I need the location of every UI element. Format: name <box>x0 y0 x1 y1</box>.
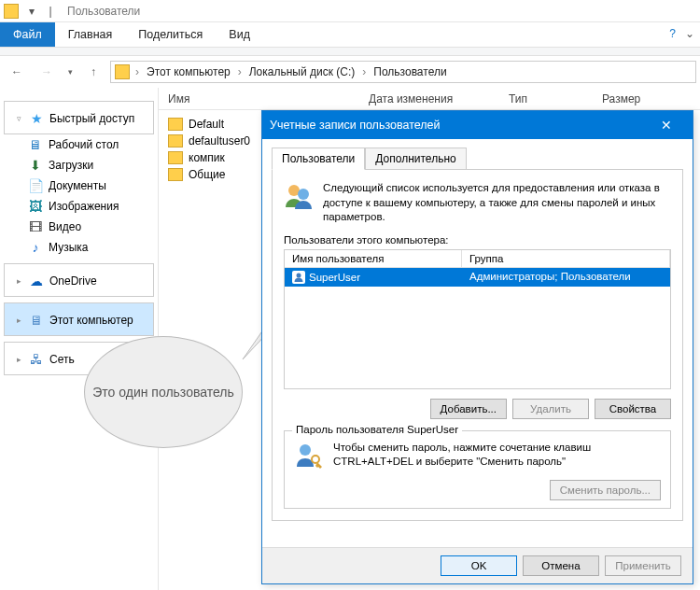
label: OneDrive <box>49 274 97 288</box>
nav-back-icon[interactable]: ← <box>4 59 30 85</box>
dialog-tabs: Пользователи Дополнительно <box>272 147 683 169</box>
user-icon <box>292 271 305 284</box>
label: Изображения <box>49 200 119 213</box>
folder-icon <box>168 118 183 131</box>
col-size[interactable]: Размер <box>593 92 700 105</box>
close-icon[interactable]: ✕ <box>648 118 685 133</box>
tab-users[interactable]: Пользователи <box>272 148 365 170</box>
user-list[interactable]: Имя пользователя Группа SuperUser Админи… <box>284 249 671 389</box>
col-date[interactable]: Дата изменения <box>359 92 499 105</box>
sidebar-item-pictures[interactable]: 🖼Изображения <box>22 196 154 217</box>
address-bar[interactable]: › Этот компьютер › Локальный диск (C:) ›… <box>110 61 696 83</box>
group-label: Пароль пользователя SuperUser <box>292 424 462 435</box>
label: Рабочий стол <box>49 138 119 151</box>
folder-icon <box>4 4 19 19</box>
ribbon-strip: ? ⌄ <box>0 47 700 56</box>
ok-button[interactable]: OK <box>441 555 517 576</box>
sidebar-item-quick-access[interactable]: ▿★Быстрый доступ <box>4 101 154 134</box>
user-row[interactable]: SuperUser Администраторы; Пользователи <box>285 268 670 287</box>
svg-point-5 <box>312 456 319 463</box>
folder-name: Общие <box>189 168 225 181</box>
password-info: Чтобы сменить пароль, нажмите сочетание … <box>333 441 661 471</box>
chevron-right-icon[interactable]: › <box>236 65 244 78</box>
nav-forward-icon[interactable]: → <box>34 59 60 85</box>
folder-name: Default <box>189 118 224 131</box>
chevron-right-icon[interactable]: › <box>133 65 141 78</box>
sidebar-item-videos[interactable]: 🎞Видео <box>22 217 154 237</box>
sidebar-item-thispc[interactable]: ▸🖥Этот компьютер <box>4 302 154 336</box>
tab-advanced[interactable]: Дополнительно <box>365 148 466 170</box>
tab-view[interactable]: Вид <box>216 22 263 47</box>
list-header: Имя пользователя Группа <box>285 250 670 268</box>
help-icon[interactable]: ? <box>669 27 676 40</box>
col-username[interactable]: Имя пользователя <box>285 250 462 267</box>
ribbon-expand-icon[interactable]: ⌄ <box>685 27 694 40</box>
info-text: Следующий список используется для предос… <box>323 181 671 225</box>
users-icon <box>284 181 314 211</box>
dialog-titlebar[interactable]: Учетные записи пользователей ✕ <box>262 111 693 139</box>
list-label: Пользователи этого компьютера: <box>284 234 671 246</box>
annotation-callout: Это один пользователь <box>84 336 243 448</box>
column-headers: Имя Дата изменения Тип Размер <box>159 88 700 110</box>
folder-name: компик <box>189 151 225 164</box>
sidebar-item-music[interactable]: ♪Музыка <box>22 237 154 258</box>
window-title: Пользователи <box>67 5 140 18</box>
change-password-button[interactable]: Сменить пароль... <box>550 480 661 500</box>
sidebar-item-documents[interactable]: 📄Документы <box>22 176 154 196</box>
chevron-right-icon[interactable]: › <box>360 65 368 78</box>
qat-separator: | <box>41 2 60 21</box>
dialog-title: Учетные записи пользователей <box>270 119 441 132</box>
folder-icon <box>168 168 183 181</box>
usergroup: Администраторы; Пользователи <box>462 268 670 287</box>
crumb-drive[interactable]: Локальный диск (C:) <box>247 65 357 78</box>
label: Этот компьютер <box>49 314 133 327</box>
folder-name: defaultuser0 <box>189 134 250 148</box>
tab-file[interactable]: Файл <box>0 22 55 47</box>
remove-button[interactable]: Удалить <box>512 399 589 419</box>
nav-up-icon[interactable]: ↑ <box>80 59 106 85</box>
folder-icon <box>115 64 130 79</box>
password-group: Пароль пользователя SuperUser Чтобы смен… <box>284 430 671 509</box>
svg-point-3 <box>297 273 301 277</box>
label: Документы <box>49 179 106 192</box>
label: Быстрый доступ <box>49 112 134 125</box>
sidebar-item-downloads[interactable]: ⬇Загрузки <box>22 155 154 176</box>
col-group[interactable]: Группа <box>462 250 670 267</box>
sidebar-item-desktop[interactable]: 🖥Рабочий стол <box>22 134 154 155</box>
folder-icon <box>168 134 183 148</box>
apply-button[interactable]: Применить <box>605 555 681 576</box>
tab-home[interactable]: Главная <box>55 22 126 47</box>
add-button[interactable]: Добавить... <box>430 399 507 419</box>
label: Музыка <box>49 241 88 254</box>
key-user-icon <box>294 441 324 471</box>
user-accounts-dialog: Учетные записи пользователей ✕ Пользоват… <box>261 110 693 584</box>
svg-point-4 <box>300 444 311 456</box>
properties-button[interactable]: Свойства <box>595 399 671 419</box>
col-name[interactable]: Имя <box>159 92 359 105</box>
folder-icon <box>168 151 183 164</box>
label: Сеть <box>49 353 75 366</box>
tab-panel: Следующий список используется для предос… <box>272 169 683 521</box>
qat-dropdown-icon[interactable]: ▾ <box>22 2 41 21</box>
dialog-buttons: OK Отмена Применить <box>262 547 693 583</box>
col-type[interactable]: Тип <box>499 92 593 105</box>
crumb-thispc[interactable]: Этот компьютер <box>145 65 232 78</box>
username: SuperUser <box>309 272 360 283</box>
explorer-titlebar: ▾ | Пользователи <box>0 0 700 22</box>
cancel-button[interactable]: Отмена <box>523 555 599 576</box>
nav-recent-icon[interactable]: ▾ <box>63 59 77 85</box>
tab-share[interactable]: Поделиться <box>125 22 216 47</box>
svg-point-2 <box>298 189 309 200</box>
navigation-bar: ← → ▾ ↑ › Этот компьютер › Локальный дис… <box>0 56 700 88</box>
sidebar-item-onedrive[interactable]: ▸☁OneDrive <box>4 263 154 297</box>
label: Видео <box>49 220 81 233</box>
crumb-folder[interactable]: Пользователи <box>371 65 448 78</box>
callout-text: Это один пользователь <box>92 384 233 400</box>
ribbon-tabs: Файл Главная Поделиться Вид <box>0 22 700 47</box>
label: Загрузки <box>49 159 93 172</box>
